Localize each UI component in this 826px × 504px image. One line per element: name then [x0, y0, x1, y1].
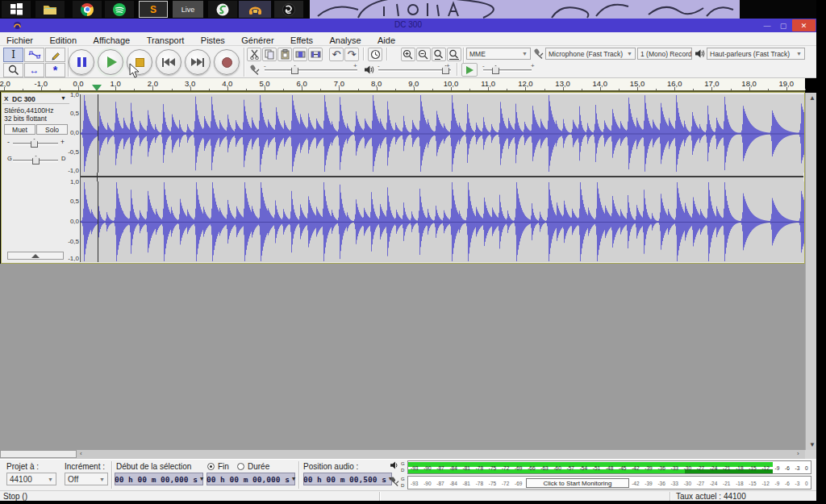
- copy-button[interactable]: [262, 48, 277, 61]
- vertical-ruler: 1,0 0,5 0,0 -0,5 -1,0 1,0 0,5 0,0 -0,5 -…: [69, 94, 80, 261]
- mute-button[interactable]: Muet: [4, 124, 35, 135]
- playback-volume-speaker-icon: [365, 65, 374, 74]
- spinner-icon[interactable]: ▼: [292, 476, 295, 482]
- scroll-right-icon[interactable]: ›: [797, 450, 799, 458]
- meter-db-label: -87: [436, 480, 444, 487]
- meter-db-label: -81: [463, 480, 470, 487]
- horizontal-scrollbar[interactable]: ‹ ›: [0, 450, 805, 459]
- audio-headphones-app-icon[interactable]: [239, 1, 271, 18]
- close-button[interactable]: ✕: [792, 19, 816, 31]
- fit-project-button[interactable]: [447, 48, 461, 61]
- spinner-icon[interactable]: ▼: [200, 476, 203, 482]
- skip-to-end-button[interactable]: [185, 49, 211, 75]
- spotify-icon[interactable]: [105, 1, 134, 18]
- menu-aide[interactable]: Aide: [371, 34, 402, 45]
- menu-generer[interactable]: Générer: [235, 34, 280, 45]
- pan-slider-thumb[interactable]: [32, 156, 40, 165]
- zoom-tool-button[interactable]: [3, 63, 23, 77]
- sublime-text-icon[interactable]: S: [139, 1, 168, 18]
- titlebar[interactable]: DC 300 — ▢ ✕: [0, 19, 816, 32]
- recording-volume-thumb[interactable]: [291, 65, 298, 74]
- trim-audio-button[interactable]: [293, 48, 307, 61]
- playback-speed-thumb[interactable]: [492, 65, 499, 74]
- waveform-right-channel[interactable]: [80, 181, 804, 262]
- play-at-speed-button[interactable]: [461, 63, 478, 77]
- windows-start-icon[interactable]: [2, 1, 31, 18]
- ruler-label: -2,0: [0, 79, 15, 88]
- menu-edition[interactable]: Edition: [43, 34, 83, 45]
- file-explorer-icon[interactable]: [35, 1, 65, 18]
- track-title[interactable]: DC 300: [12, 95, 35, 103]
- scroll-left-icon[interactable]: ‹: [80, 450, 82, 458]
- gain-slider-thumb[interactable]: [31, 139, 38, 148]
- meter-db-label: -27: [697, 480, 704, 487]
- scroll-up-icon[interactable]: ▲: [809, 94, 816, 102]
- meter-db-label: -6: [785, 464, 790, 472]
- project-rate-label: Projet à :: [6, 462, 39, 471]
- meter-db-label: -9: [775, 480, 780, 487]
- waveform-left-channel[interactable]: [80, 94, 804, 173]
- minus-label: -: [378, 62, 380, 69]
- timeshift-tool-button[interactable]: ↔: [24, 63, 44, 77]
- zoom-in-button[interactable]: [401, 48, 415, 61]
- track-menu-chevron-icon[interactable]: ▼: [60, 95, 66, 101]
- redo-button[interactable]: ↷: [344, 48, 359, 61]
- recording-device-select[interactable]: Microphone (Fast Track)▼: [545, 48, 636, 60]
- paste-button[interactable]: [277, 48, 292, 61]
- playback-meter[interactable]: -93-90-87-84-81-78-75-72-69-66-63-60-57-…: [407, 460, 811, 474]
- cut-button[interactable]: [247, 48, 261, 61]
- track-close-icon[interactable]: X: [4, 95, 8, 102]
- menu-fichier[interactable]: Fichier: [0, 34, 40, 45]
- sync-lock-button[interactable]: [368, 48, 382, 61]
- obs-icon[interactable]: [274, 1, 303, 18]
- vertical-scrollbar[interactable]: ▲ ▼: [805, 93, 816, 452]
- meter-db-label: -45: [619, 464, 626, 472]
- menu-effets[interactable]: Effets: [284, 34, 319, 45]
- recording-meter[interactable]: -93-90-87-84-81-78-75-72-69-66-63-60-57-…: [407, 476, 811, 489]
- chrome-icon[interactable]: [73, 1, 102, 18]
- undo-button[interactable]: ↶: [329, 48, 344, 61]
- envelope-tool-button[interactable]: [24, 48, 44, 62]
- maximize-button[interactable]: ▢: [773, 20, 794, 31]
- green-swirl-app-icon[interactable]: [208, 1, 237, 18]
- length-radio[interactable]: [237, 463, 244, 470]
- snap-to-select[interactable]: Off▼: [65, 473, 108, 485]
- multi-tool-button[interactable]: *: [45, 63, 65, 77]
- playback-volume-slider[interactable]: [378, 69, 451, 72]
- pause-button[interactable]: [69, 49, 94, 75]
- menu-analyse[interactable]: Analyse: [323, 34, 367, 45]
- meter-db-label: -93: [411, 480, 418, 487]
- audio-host-select[interactable]: MME▼: [466, 48, 531, 60]
- playback-device-select[interactable]: Haut-parleurs (Fast Track)▼: [707, 48, 805, 60]
- monitoring-prompt[interactable]: Click to Start Monitoring: [526, 478, 629, 488]
- recording-volume-slider[interactable]: [265, 69, 357, 72]
- play-button[interactable]: [98, 49, 123, 75]
- selection-tool-button[interactable]: I: [3, 48, 23, 62]
- fit-selection-button[interactable]: [432, 48, 446, 61]
- playback-speed-slider[interactable]: [483, 69, 532, 72]
- recording-channels-select[interactable]: 1 (Mono) Recordi▼: [637, 48, 692, 60]
- menu-affichage[interactable]: Affichage: [87, 34, 137, 45]
- skip-to-start-button[interactable]: [156, 49, 181, 75]
- vruler-label: -1,0: [68, 256, 79, 262]
- zoom-out-button[interactable]: [416, 48, 431, 61]
- menu-pistes[interactable]: Pistes: [194, 34, 232, 45]
- audio-position-field[interactable]: 00 h 00 m 00,500 s▼: [303, 473, 392, 485]
- hscroll-thumb[interactable]: [0, 450, 77, 458]
- end-radio[interactable]: [207, 463, 215, 470]
- timeline-ruler[interactable]: -2,0-1,00,01,02,03,04,05,06,07,08,09,010…: [0, 78, 805, 92]
- menu-transport[interactable]: Transport: [140, 34, 191, 45]
- ableton-live-icon[interactable]: Live: [173, 1, 203, 18]
- project-rate-select[interactable]: 44100▼: [6, 473, 56, 485]
- solo-button[interactable]: Solo: [36, 124, 68, 135]
- draw-tool-button[interactable]: [45, 48, 65, 62]
- meter-db-label: -24: [710, 480, 717, 487]
- scroll-down-icon[interactable]: ▼: [809, 441, 816, 449]
- meter-db-label: -54: [580, 464, 587, 472]
- selection-end-field[interactable]: 00 h 00 m 00,000 s▼: [206, 473, 295, 485]
- silence-audio-button[interactable]: [308, 48, 323, 61]
- meter-db-label: -3: [795, 464, 800, 472]
- record-button[interactable]: [214, 49, 240, 75]
- selection-start-field[interactable]: 00 h 00 m 00,000 s▼: [115, 473, 203, 485]
- collapse-track-button[interactable]: [7, 252, 64, 260]
